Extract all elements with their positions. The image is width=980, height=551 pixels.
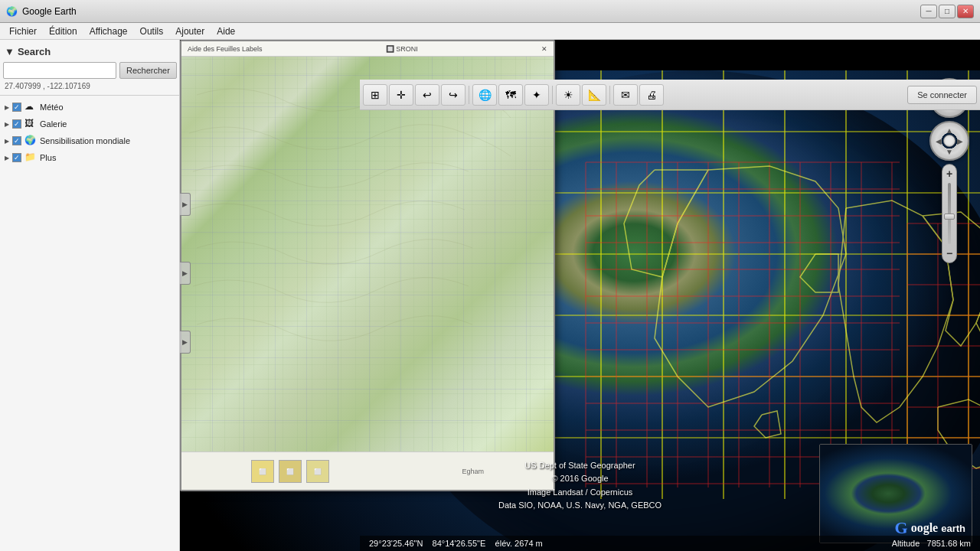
topo-map-header: Aide des Feuilles Labels 🔲 SRONI ✕: [181, 41, 554, 57]
layer-label-galerie: Galerie: [40, 119, 67, 129]
toolbar-separator-2: [552, 86, 553, 104]
search-arrow-icon: ▼: [5, 46, 15, 57]
layer-label-plus: Plus: [40, 153, 56, 162]
app-icon: 🌍: [6, 6, 18, 17]
pan-control[interactable]: ▲ ▼ ◀ ▶: [929, 121, 969, 161]
layer-checkbox-sensibilisation[interactable]: ✓: [12, 136, 21, 145]
sensibilisation-icon: 🌍: [24, 135, 37, 147]
layer-expand-icon-4: ▶: [5, 155, 9, 161]
search-label: Search: [18, 46, 51, 57]
status-bar: 29°23'25.46"N 84°14'26.55"E élév. 2674 m…: [360, 536, 980, 551]
attribution-line2: © 2016 Google: [498, 472, 662, 486]
search-input[interactable]: [3, 62, 116, 79]
footer-label: Egham: [462, 468, 485, 475]
pan-down-button[interactable]: ▼: [943, 145, 956, 158]
topo-map-title: Aide des Feuilles Labels: [188, 45, 263, 53]
minimize-button[interactable]: ─: [920, 5, 937, 18]
side-expand-btn-2[interactable]: ▶: [180, 262, 191, 285]
layer-item-galerie[interactable]: ▶ ✓ 🖼 Galerie: [3, 116, 176, 132]
layers-section: ▶ ✓ ☁ Météo ▶ ✓ 🖼 Galerie ▶ ✓ 🌍 Sensibil…: [0, 96, 179, 551]
layer-expand-icon-3: ▶: [5, 138, 9, 145]
titlebar-controls[interactable]: ─ □ ✕: [920, 5, 974, 18]
meteo-icon: ☁: [24, 101, 37, 113]
menu-bar: Fichier Édition Affichage Outils Ajouter…: [0, 23, 980, 40]
search-input-row: Rechercher: [3, 60, 176, 80]
tool-earth-button[interactable]: 🌐: [472, 84, 497, 106]
altitude-label: Altitude: [892, 539, 920, 548]
topo-map-badge: 🔲 SRONI: [386, 45, 418, 53]
topo-map-content[interactable]: [181, 57, 554, 452]
tool-redo-button[interactable]: ↪: [441, 84, 466, 106]
layer-checkbox-meteo[interactable]: ✓: [12, 103, 21, 112]
layer-checkbox-galerie[interactable]: ✓: [12, 119, 21, 129]
elev-display: élév. 2674 m: [495, 539, 543, 548]
coordinates-display: 29°23'25.46"N 84°14'26.55"E élév. 2674 m: [369, 539, 543, 548]
google-label-earth: earth: [941, 523, 965, 534]
lat-display: 29°23'25.46"N: [369, 539, 423, 548]
menu-outils[interactable]: Outils: [134, 24, 170, 38]
topo-map-close-icon[interactable]: ✕: [541, 45, 547, 53]
menu-fichier[interactable]: Fichier: [3, 24, 43, 38]
tool-ruler-button[interactable]: 📐: [582, 84, 606, 106]
altitude-display: Altitude 7851.68 km: [892, 539, 971, 548]
lng-display: 84°14'26.55"E: [433, 539, 486, 548]
footer-thumbnail-1: ⬜: [251, 460, 274, 483]
search-coords: 27.407999 , -122.107169: [3, 80, 176, 92]
title-bar: 🌍 Google Earth ─ □ ✕: [0, 0, 980, 23]
search-button[interactable]: Rechercher: [119, 62, 177, 79]
map-area[interactable]: ⊞ ✛ ↩ ↪ 🌐 🗺 ✦ ☀ 📐 ✉ 🖨 Se connecter: [180, 40, 980, 551]
layer-label-meteo: Météo: [40, 103, 64, 112]
attribution-line1: US Dept of State Geographer: [498, 459, 662, 473]
tool-email-button[interactable]: ✉: [613, 84, 638, 106]
search-section: ▼ Search Rechercher 27.407999 , -122.107…: [0, 40, 179, 96]
menu-aide[interactable]: Aide: [211, 24, 241, 38]
layer-item-meteo[interactable]: ▶ ✓ ☁ Météo: [3, 99, 176, 116]
mini-map[interactable]: G oogle earth: [819, 444, 972, 543]
menu-ajouter[interactable]: Ajouter: [169, 24, 211, 38]
footer-thumbnail-2: ⬜: [279, 460, 302, 483]
zoom-slider-track: [948, 183, 951, 244]
search-header[interactable]: ▼ Search: [3, 43, 176, 60]
menu-edition[interactable]: Édition: [43, 24, 83, 38]
tool-undo-button[interactable]: ↩: [415, 84, 439, 106]
zoom-out-button[interactable]: −: [942, 247, 956, 259]
galerie-icon: 🖼: [24, 118, 37, 130]
attribution-line4: Data SIO, NOAA, U.S. Navy, NGA, GEBCO: [498, 499, 662, 513]
altitude-value: 7851.68 km: [927, 539, 971, 548]
maximize-button[interactable]: □: [939, 5, 956, 18]
toolbar-separator-3: [609, 86, 610, 104]
main-area: ▼ Search Rechercher 27.407999 , -122.107…: [0, 40, 980, 551]
google-label-oogle: oogle: [911, 521, 939, 535]
app-title: Google Earth: [22, 6, 77, 17]
toolbar-separator-1: [469, 86, 469, 104]
tool-map-button[interactable]: 🗺: [498, 84, 523, 106]
layer-checkbox-plus[interactable]: ✓: [12, 153, 21, 162]
attribution-line3: Image Landsat / Copernicus: [498, 486, 662, 500]
left-panel: ▼ Search Rechercher 27.407999 , -122.107…: [0, 40, 180, 551]
menu-affichage[interactable]: Affichage: [83, 24, 134, 38]
tool-sun-button[interactable]: ☀: [556, 84, 580, 106]
layer-expand-icon-2: ▶: [5, 121, 9, 128]
pan-right-button[interactable]: ▶: [954, 135, 966, 147]
zoom-slider-thumb[interactable]: [944, 214, 955, 220]
toolbar: ⊞ ✛ ↩ ↪ 🌐 🗺 ✦ ☀ 📐 ✉ 🖨 Se connecter: [360, 80, 980, 110]
side-expand-btn-1[interactable]: ▶: [180, 193, 191, 216]
close-button[interactable]: ✕: [957, 5, 974, 18]
zoom-control[interactable]: + −: [942, 164, 957, 263]
pan-left-button[interactable]: ◀: [933, 135, 945, 147]
layer-expand-icon: ▶: [5, 104, 9, 111]
titlebar-left: 🌍 Google Earth: [6, 6, 77, 17]
plus-icon: 📁: [24, 152, 37, 164]
layer-item-plus[interactable]: ▶ ✓ 📁 Plus: [3, 149, 176, 166]
side-expand-btn-3[interactable]: ▶: [180, 331, 191, 354]
zoom-in-button[interactable]: +: [942, 168, 956, 180]
tool-sky-button[interactable]: ✦: [524, 84, 549, 106]
layer-label-sensibilisation: Sensibilisation mondiale: [40, 136, 130, 145]
side-buttons: ▶ ▶ ▶: [180, 193, 191, 354]
attribution-text: US Dept of State Geographer © 2016 Googl…: [498, 459, 662, 513]
layer-item-sensibilisation[interactable]: ▶ ✓ 🌍 Sensibilisation mondiale: [3, 132, 176, 149]
tool-add-button[interactable]: ✛: [389, 84, 413, 106]
tool-print-button[interactable]: 🖨: [639, 84, 664, 106]
connect-button[interactable]: Se connecter: [907, 86, 977, 104]
tool-layers-button[interactable]: ⊞: [363, 84, 387, 106]
